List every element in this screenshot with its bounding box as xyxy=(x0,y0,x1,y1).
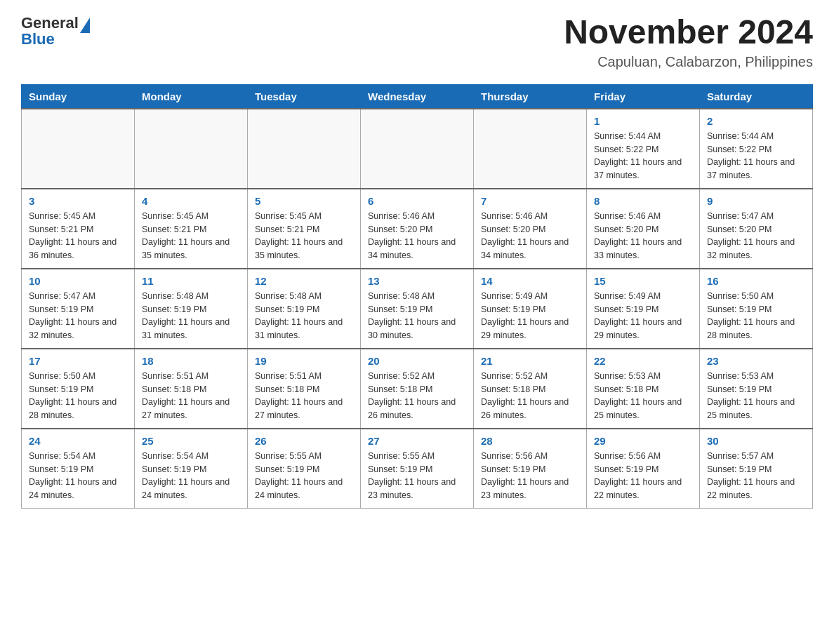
calendar-cell: 27Sunrise: 5:55 AMSunset: 5:19 PMDayligh… xyxy=(361,429,474,509)
day-info: Sunrise: 5:48 AMSunset: 5:19 PMDaylight:… xyxy=(255,290,353,342)
week-row-2: 3Sunrise: 5:45 AMSunset: 5:21 PMDaylight… xyxy=(22,189,813,269)
day-header-wednesday: Wednesday xyxy=(361,84,474,109)
day-info: Sunrise: 5:56 AMSunset: 5:19 PMDaylight:… xyxy=(594,450,692,502)
day-number: 15 xyxy=(594,275,692,287)
day-info: Sunrise: 5:44 AMSunset: 5:22 PMDaylight:… xyxy=(707,130,805,182)
day-info: Sunrise: 5:45 AMSunset: 5:21 PMDaylight:… xyxy=(142,210,240,262)
day-info: Sunrise: 5:52 AMSunset: 5:18 PMDaylight:… xyxy=(368,370,466,422)
calendar-cell: 11Sunrise: 5:48 AMSunset: 5:19 PMDayligh… xyxy=(135,269,248,349)
day-info: Sunrise: 5:46 AMSunset: 5:20 PMDaylight:… xyxy=(368,210,466,262)
calendar-cell xyxy=(248,109,361,189)
calendar-cell: 1Sunrise: 5:44 AMSunset: 5:22 PMDaylight… xyxy=(587,109,700,189)
day-header-tuesday: Tuesday xyxy=(248,84,361,109)
day-number: 26 xyxy=(255,435,353,447)
day-header-sunday: Sunday xyxy=(22,84,135,109)
day-number: 19 xyxy=(255,355,353,367)
calendar-cell xyxy=(22,109,135,189)
day-number: 18 xyxy=(142,355,240,367)
day-number: 1 xyxy=(594,115,692,127)
day-info: Sunrise: 5:49 AMSunset: 5:19 PMDaylight:… xyxy=(481,290,579,342)
day-info: Sunrise: 5:50 AMSunset: 5:19 PMDaylight:… xyxy=(707,290,805,342)
calendar-cell: 21Sunrise: 5:52 AMSunset: 5:18 PMDayligh… xyxy=(474,349,587,429)
day-header-thursday: Thursday xyxy=(474,84,587,109)
day-number: 10 xyxy=(29,275,127,287)
day-info: Sunrise: 5:56 AMSunset: 5:19 PMDaylight:… xyxy=(481,450,579,502)
day-info: Sunrise: 5:49 AMSunset: 5:19 PMDaylight:… xyxy=(594,290,692,342)
day-info: Sunrise: 5:51 AMSunset: 5:18 PMDaylight:… xyxy=(255,370,353,422)
day-number: 30 xyxy=(707,435,805,447)
day-info: Sunrise: 5:46 AMSunset: 5:20 PMDaylight:… xyxy=(481,210,579,262)
day-header-monday: Monday xyxy=(135,84,248,109)
day-number: 24 xyxy=(29,435,127,447)
day-number: 27 xyxy=(368,435,466,447)
calendar-cell xyxy=(474,109,587,189)
calendar-cell: 6Sunrise: 5:46 AMSunset: 5:20 PMDaylight… xyxy=(361,189,474,269)
calendar-cell: 7Sunrise: 5:46 AMSunset: 5:20 PMDaylight… xyxy=(474,189,587,269)
calendar-cell: 9Sunrise: 5:47 AMSunset: 5:20 PMDaylight… xyxy=(700,189,813,269)
day-info: Sunrise: 5:57 AMSunset: 5:19 PMDaylight:… xyxy=(707,450,805,502)
day-number: 28 xyxy=(481,435,579,447)
calendar-cell: 2Sunrise: 5:44 AMSunset: 5:22 PMDaylight… xyxy=(700,109,813,189)
day-info: Sunrise: 5:50 AMSunset: 5:19 PMDaylight:… xyxy=(29,370,127,422)
calendar-subtitle: Capuluan, Calabarzon, Philippines xyxy=(564,54,813,70)
day-number: 23 xyxy=(707,355,805,367)
day-number: 14 xyxy=(481,275,579,287)
page-header: General Blue November 2024 Capuluan, Cal… xyxy=(21,14,813,70)
day-header-saturday: Saturday xyxy=(700,84,813,109)
calendar-cell: 20Sunrise: 5:52 AMSunset: 5:18 PMDayligh… xyxy=(361,349,474,429)
calendar-cell: 17Sunrise: 5:50 AMSunset: 5:19 PMDayligh… xyxy=(22,349,135,429)
day-number: 6 xyxy=(368,195,466,207)
logo: General Blue xyxy=(21,14,90,48)
week-row-5: 24Sunrise: 5:54 AMSunset: 5:19 PMDayligh… xyxy=(22,429,813,509)
calendar-cell: 15Sunrise: 5:49 AMSunset: 5:19 PMDayligh… xyxy=(587,269,700,349)
day-number: 12 xyxy=(255,275,353,287)
day-number: 8 xyxy=(594,195,692,207)
day-info: Sunrise: 5:54 AMSunset: 5:19 PMDaylight:… xyxy=(142,450,240,502)
day-number: 17 xyxy=(29,355,127,367)
day-info: Sunrise: 5:55 AMSunset: 5:19 PMDaylight:… xyxy=(368,450,466,502)
calendar-cell: 10Sunrise: 5:47 AMSunset: 5:19 PMDayligh… xyxy=(22,269,135,349)
day-info: Sunrise: 5:55 AMSunset: 5:19 PMDaylight:… xyxy=(255,450,353,502)
calendar-cell: 5Sunrise: 5:45 AMSunset: 5:21 PMDaylight… xyxy=(248,189,361,269)
week-row-3: 10Sunrise: 5:47 AMSunset: 5:19 PMDayligh… xyxy=(22,269,813,349)
day-number: 11 xyxy=(142,275,240,287)
title-block: November 2024 Capuluan, Calabarzon, Phil… xyxy=(564,14,813,70)
calendar-cell: 30Sunrise: 5:57 AMSunset: 5:19 PMDayligh… xyxy=(700,429,813,509)
day-number: 9 xyxy=(707,195,805,207)
calendar-cell: 13Sunrise: 5:48 AMSunset: 5:19 PMDayligh… xyxy=(361,269,474,349)
calendar-cell: 16Sunrise: 5:50 AMSunset: 5:19 PMDayligh… xyxy=(700,269,813,349)
week-row-1: 1Sunrise: 5:44 AMSunset: 5:22 PMDaylight… xyxy=(22,109,813,189)
calendar-cell xyxy=(361,109,474,189)
calendar-header-row: SundayMondayTuesdayWednesdayThursdayFrid… xyxy=(22,84,813,109)
day-info: Sunrise: 5:47 AMSunset: 5:19 PMDaylight:… xyxy=(29,290,127,342)
day-number: 5 xyxy=(255,195,353,207)
calendar-cell: 4Sunrise: 5:45 AMSunset: 5:21 PMDaylight… xyxy=(135,189,248,269)
day-number: 3 xyxy=(29,195,127,207)
calendar-cell: 18Sunrise: 5:51 AMSunset: 5:18 PMDayligh… xyxy=(135,349,248,429)
day-info: Sunrise: 5:45 AMSunset: 5:21 PMDaylight:… xyxy=(29,210,127,262)
week-row-4: 17Sunrise: 5:50 AMSunset: 5:19 PMDayligh… xyxy=(22,349,813,429)
day-number: 7 xyxy=(481,195,579,207)
logo-general-text: General xyxy=(21,14,79,32)
day-number: 25 xyxy=(142,435,240,447)
calendar-cell: 8Sunrise: 5:46 AMSunset: 5:20 PMDaylight… xyxy=(587,189,700,269)
day-header-friday: Friday xyxy=(587,84,700,109)
day-info: Sunrise: 5:46 AMSunset: 5:20 PMDaylight:… xyxy=(594,210,692,262)
calendar-cell: 25Sunrise: 5:54 AMSunset: 5:19 PMDayligh… xyxy=(135,429,248,509)
day-number: 29 xyxy=(594,435,692,447)
day-info: Sunrise: 5:45 AMSunset: 5:21 PMDaylight:… xyxy=(255,210,353,262)
calendar-cell: 24Sunrise: 5:54 AMSunset: 5:19 PMDayligh… xyxy=(22,429,135,509)
calendar-cell: 14Sunrise: 5:49 AMSunset: 5:19 PMDayligh… xyxy=(474,269,587,349)
day-info: Sunrise: 5:51 AMSunset: 5:18 PMDaylight:… xyxy=(142,370,240,422)
day-number: 16 xyxy=(707,275,805,287)
day-number: 22 xyxy=(594,355,692,367)
day-info: Sunrise: 5:48 AMSunset: 5:19 PMDaylight:… xyxy=(142,290,240,342)
day-info: Sunrise: 5:44 AMSunset: 5:22 PMDaylight:… xyxy=(594,130,692,182)
calendar-cell: 23Sunrise: 5:53 AMSunset: 5:19 PMDayligh… xyxy=(700,349,813,429)
calendar-title: November 2024 xyxy=(564,14,813,51)
day-number: 20 xyxy=(368,355,466,367)
calendar-cell: 29Sunrise: 5:56 AMSunset: 5:19 PMDayligh… xyxy=(587,429,700,509)
calendar-cell: 28Sunrise: 5:56 AMSunset: 5:19 PMDayligh… xyxy=(474,429,587,509)
logo-triangle-icon xyxy=(80,18,90,33)
day-number: 2 xyxy=(707,115,805,127)
